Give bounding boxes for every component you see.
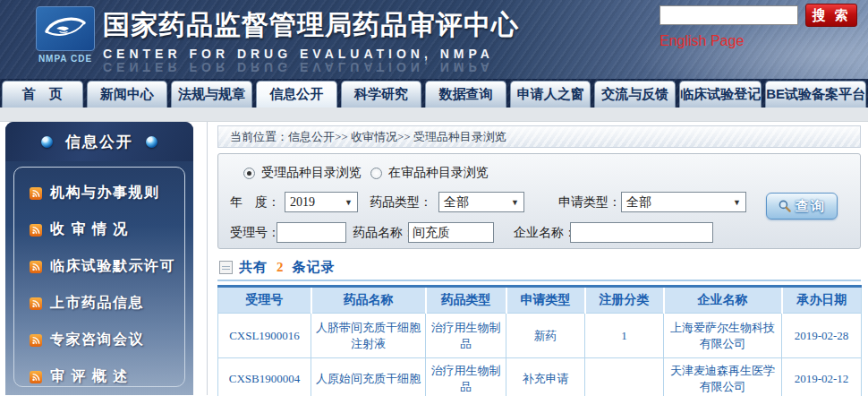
query-button[interactable]: 查询 [766, 193, 838, 220]
nav-tab-clinical-trial-reg[interactable]: 临床试验登记 [679, 81, 762, 108]
header-search-area: 搜 索 English Page [660, 4, 864, 49]
sidebar-item-label: 临床试验默示许可 [50, 257, 175, 276]
records-prefix: 共有 [239, 259, 268, 276]
nav-tab-be-platform[interactable]: BE试验备案平台 [765, 81, 866, 108]
cell-date: 2019-02-12 [782, 358, 862, 396]
breadcrumb: 当前位置：信息公开>> 收审情况>> 受理品种目录浏览 [217, 125, 861, 148]
site-search-button[interactable]: 搜 索 [805, 4, 857, 27]
content-divider [207, 122, 208, 395]
cell-company: 上海爱萨尔生物科技有限公司 [664, 314, 782, 358]
english-page-link[interactable]: English Page [660, 33, 744, 49]
year-select[interactable]: 2019▼ [285, 192, 358, 212]
rss-icon [30, 371, 42, 383]
records-suffix: 条记录 [293, 259, 336, 276]
chevron-down-icon: ▼ [511, 198, 519, 207]
cell-apply-type: 补充申请 [506, 358, 585, 396]
nav-tab-info-disclosure[interactable]: 信息公开 [256, 81, 337, 108]
nav-tab-home[interactable]: 首 页 [2, 81, 83, 108]
company-label: 企业名称： [514, 225, 576, 241]
records-divider [217, 280, 861, 281]
sphere-icon [146, 136, 157, 148]
sidebar-item-label: 收 审 情 况 [50, 220, 129, 239]
nav-tab-feedback[interactable]: 交流与反馈 [594, 81, 676, 108]
content-row: 信息公开 机构与办事规则 收 审 情 况 临床试验默示许可 [0, 122, 868, 395]
nav-tab-news[interactable]: 新闻中心 [87, 81, 168, 108]
drug-name-label: 药品名称： [353, 225, 415, 241]
drug-type-select[interactable]: 全部▼ [438, 192, 524, 212]
logo-bird-icon [36, 6, 95, 51]
cell-reg-class: 1 [585, 314, 664, 358]
cell-apply-type: 新药 [506, 314, 585, 358]
chevron-down-icon: ▼ [733, 198, 741, 207]
sidebar-item-label: 上市药品信息 [50, 294, 144, 313]
filter-panel: 受理品种目录浏览 在审品种目录浏览 年 度： 2019▼ 药品类型： 全部▼ [217, 153, 861, 249]
sidebar-header: 信息公开 [5, 122, 193, 161]
col-apply-type: 申请类型 [506, 287, 585, 314]
cell-accept-no: CXSL1900016 [218, 314, 311, 358]
page: NMPA CDE 国家药品监督管理局药品审评中心 CENTER FOR DRUG… [0, 0, 868, 396]
nav-sub-strip [0, 108, 868, 122]
company-input[interactable] [570, 222, 713, 243]
sidebar-panel: 机构与办事规则 收 审 情 况 临床试验默示许可 上市药品信息 专家咨询会议 [13, 167, 185, 387]
radio-button-icon[interactable] [370, 168, 382, 179]
cell-date: 2019-02-28 [782, 314, 862, 358]
list-icon [219, 261, 233, 274]
site-search-input[interactable] [660, 5, 798, 25]
radio-accepted-catalog[interactable]: 受理品种目录浏览 [243, 165, 362, 181]
table-row: CXSL1900016 人脐带间充质干细胞注射液 治疗用生物制品 新药 1 上海… [218, 314, 862, 358]
radio-button-icon[interactable] [243, 168, 255, 179]
sidebar-item-label: 机构与办事规则 [50, 184, 160, 202]
site-title-en-reflection: CENTER FOR DRUG EVALUATION, NMPA [103, 60, 519, 74]
col-reg-class: 注册分类 [585, 287, 664, 314]
site-titles: 国家药品监督管理局药品审评中心 CENTER FOR DRUG EVALUATI… [103, 7, 519, 74]
col-drug-name: 药品名称 [311, 287, 426, 314]
sphere-icon [41, 136, 53, 148]
sidebar-item-label: 专家咨询会议 [50, 331, 144, 349]
records-summary: 共有2条记录 [217, 257, 861, 277]
cell-company: 天津麦迪森再生医学有限公司 [664, 358, 782, 396]
sidebar-item-review-overview[interactable]: 审 评 概 述 [14, 358, 184, 395]
table-row: CXSB1900004 人原始间充质干细胞 治疗用生物制品 补充申请 天津麦迪森… [218, 358, 862, 396]
sidebar-item-expert-meetings[interactable]: 专家咨询会议 [14, 322, 184, 358]
cell-drug-name: 人原始间充质干细胞 [311, 358, 426, 396]
main-nav: 首 页 新闻中心 法规与规章 信息公开 科学研究 数据查询 申请人之窗 交流与反… [0, 79, 868, 108]
chevron-down-icon: ▼ [345, 198, 353, 207]
cell-drug-name: 人脐带间充质干细胞注射液 [311, 314, 426, 358]
rss-icon [30, 297, 42, 310]
apply-type-select[interactable]: 全部▼ [621, 192, 746, 212]
sidebar-item-acceptance-review[interactable]: 收 审 情 况 [14, 211, 184, 248]
col-accept-no: 受理号 [218, 287, 311, 314]
nmpa-cde-logo[interactable]: NMPA CDE [36, 6, 95, 64]
sidebar-item-clinical-implied-license[interactable]: 临床试验默示许可 [14, 248, 184, 285]
nav-tab-applicant-window[interactable]: 申请人之窗 [510, 81, 591, 108]
sidebar-item-label: 审 评 概 述 [50, 367, 129, 386]
records-count: 2 [274, 260, 286, 275]
cell-accept-no: CXSB1900004 [218, 358, 311, 396]
sidebar-title: 信息公开 [65, 132, 133, 152]
col-date: 承办日期 [782, 287, 862, 314]
col-drug-type: 药品类型 [426, 287, 506, 314]
cell-drug-type: 治疗用生物制品 [426, 358, 506, 396]
rss-icon [30, 187, 42, 200]
rss-icon [30, 261, 42, 273]
rss-icon [30, 334, 42, 347]
logo-caption: NMPA CDE [36, 54, 95, 64]
table-header-row: 受理号 药品名称 药品类型 申请类型 注册分类 企业名称 承办日期 [218, 287, 862, 314]
drug-type-label: 药品类型： [370, 194, 432, 211]
apply-type-label: 申请类型： [558, 194, 621, 211]
cell-drug-type: 治疗用生物制品 [426, 314, 506, 358]
sidebar-item-marketed-drug-info[interactable]: 上市药品信息 [14, 285, 184, 322]
site-title-en: CENTER FOR DRUG EVALUATION, NMPA [103, 47, 519, 61]
sidebar-item-org-rules[interactable]: 机构与办事规则 [14, 175, 184, 211]
cell-reg-class [585, 358, 664, 396]
radio-under-review-catalog[interactable]: 在审品种目录浏览 [370, 165, 489, 181]
main-content: 当前位置：信息公开>> 收审情况>> 受理品种目录浏览 受理品种目录浏览 在审品… [217, 122, 861, 395]
accept-no-label: 受理号： [230, 225, 280, 241]
nav-tab-data-query[interactable]: 数据查询 [425, 81, 506, 108]
results-table: 受理号 药品名称 药品类型 申请类型 注册分类 企业名称 承办日期 CXSL19… [217, 285, 862, 396]
accept-no-input[interactable] [277, 222, 346, 243]
nav-tab-regulations[interactable]: 法规与规章 [171, 81, 252, 108]
drug-name-input[interactable] [408, 222, 494, 243]
nav-tab-science[interactable]: 科学研究 [341, 81, 422, 108]
sidebar-info-disclosure: 信息公开 机构与办事规则 收 审 情 况 临床试验默示许可 [5, 122, 193, 395]
